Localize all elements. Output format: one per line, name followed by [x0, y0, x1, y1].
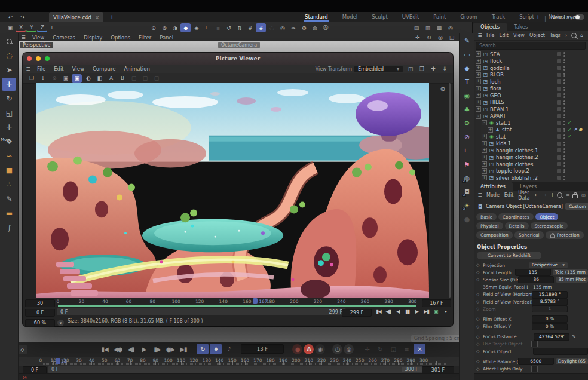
- animatable-dot-icon[interactable]: ◇: [476, 342, 483, 347]
- pan-view-icon[interactable]: ✛: [412, 33, 422, 42]
- next-key-button[interactable]: ●▶: [164, 344, 176, 354]
- close-tab-icon[interactable]: ×: [95, 14, 99, 20]
- z-axis-lock[interactable]: Z: [37, 23, 47, 32]
- enabled-check-icon[interactable]: ✓: [568, 127, 574, 133]
- preset-dropdown[interactable]: Custom▾: [565, 203, 588, 210]
- attribute-tab-spherical[interactable]: Spherical: [514, 231, 544, 239]
- y-axis-lock[interactable]: Y: [26, 23, 36, 32]
- visibility-dots[interactable]: [564, 121, 565, 125]
- keyframe-selection-button[interactable]: ◷: [332, 344, 342, 354]
- search-icon[interactable]: [556, 192, 564, 199]
- picture-viewer-titlebar[interactable]: Picture Viewer: [23, 53, 453, 65]
- attribute-tab-stereoscopic[interactable]: Stereoscopic: [531, 222, 568, 229]
- objects-menu-file[interactable]: File: [484, 33, 497, 38]
- visibility-dots[interactable]: [564, 148, 565, 153]
- visibility-dots[interactable]: [564, 114, 565, 119]
- snap-move-tool-icon[interactable]: ✛: [2, 121, 16, 134]
- keyframe-diamond-icon[interactable]: ◇: [17, 345, 27, 354]
- object-tree-item[interactable]: -◳APART: [473, 113, 588, 120]
- back-arrow-icon[interactable]: ←: [532, 192, 540, 199]
- pv-zoom-dropdown-button[interactable]: ▾: [57, 320, 64, 326]
- expand-icon[interactable]: +: [482, 141, 487, 146]
- record-options-button[interactable]: ◉: [315, 344, 325, 354]
- visibility-dots[interactable]: [564, 176, 565, 180]
- attribute-value-field[interactable]: 42764.529': [534, 333, 569, 341]
- animatable-dot-icon[interactable]: ◇: [476, 299, 483, 304]
- expand-icon[interactable]: +: [476, 100, 481, 105]
- snap-off-icon[interactable]: ◌: [267, 23, 277, 32]
- animatable-dot-icon[interactable]: ◇: [476, 277, 483, 282]
- animatable-dot-icon[interactable]: ◇: [476, 292, 483, 297]
- attribute-tab-physical[interactable]: Physical: [476, 222, 503, 229]
- undo-view-icon[interactable]: ↺: [223, 23, 234, 32]
- pv-playhead[interactable]: [253, 298, 258, 304]
- layout-tab-uvedit[interactable]: UVEdit: [395, 13, 427, 22]
- render-image[interactable]: [36, 83, 429, 298]
- layer-chip[interactable]: [557, 162, 561, 166]
- object-tree-item[interactable]: +◳loch: [473, 78, 588, 85]
- record-position-toggle[interactable]: ✛: [361, 344, 373, 354]
- rotate-tool-icon[interactable]: ↻: [2, 92, 16, 105]
- layer-chip[interactable]: [557, 155, 561, 160]
- animatable-dot-icon[interactable]: ◇: [476, 263, 483, 268]
- subdivision-surface-icon[interactable]: ◉: [461, 90, 473, 102]
- attribute-unit-chip[interactable]: Tele (135 mm: [553, 269, 588, 275]
- field-icon[interactable]: ⊘: [461, 131, 473, 143]
- attributes-menu-edit[interactable]: Edit: [502, 192, 516, 198]
- objects-menu-tags[interactable]: Tags: [547, 33, 563, 38]
- visibility-dots[interactable]: [564, 93, 565, 98]
- object-tree-item[interactable]: +◳kids.1: [473, 140, 588, 148]
- panel-menu-icon[interactable]: ☰: [476, 32, 483, 39]
- layer-chip[interactable]: [557, 87, 561, 91]
- layer-chip[interactable]: [557, 66, 561, 70]
- navigator-mode-icon[interactable]: ▣: [72, 74, 82, 83]
- pv-range-end-field[interactable]: 299 F: [342, 309, 372, 317]
- pv-menu-file[interactable]: File: [33, 66, 50, 72]
- animatable-dot-icon[interactable]: ◇: [476, 367, 483, 372]
- attribute-value-field[interactable]: 36: [518, 276, 554, 283]
- object-tree-item[interactable]: +◉stat✓: [473, 133, 588, 140]
- attribute-value-field[interactable]: 1: [532, 305, 568, 312]
- viewport-box-icon[interactable]: ▣: [5, 23, 15, 32]
- pv-menu-compare[interactable]: Compare: [88, 66, 120, 72]
- expand-icon[interactable]: +: [476, 65, 481, 71]
- current-frame-field[interactable]: 13 F: [241, 344, 284, 354]
- animatable-dot-icon[interactable]: ◇: [476, 359, 483, 364]
- convert-to-redshift-button[interactable]: Convert to Redshift: [477, 252, 541, 259]
- add-layout-button[interactable]: +: [535, 14, 540, 20]
- animatable-dot-icon[interactable]: ◇: [476, 349, 483, 354]
- redo-icon[interactable]: ↷: [17, 13, 27, 22]
- enabled-check-icon[interactable]: ✓: [568, 120, 574, 125]
- axis-mode-icon[interactable]: ∟: [202, 23, 212, 32]
- expand-icon[interactable]: +: [482, 134, 487, 139]
- volume-builder-icon[interactable]: ♣: [461, 103, 473, 116]
- sound-toggle[interactable]: ♪: [223, 344, 235, 354]
- animatable-dot-icon[interactable]: ◇: [476, 307, 483, 311]
- enabled-check-icon[interactable]: ✓: [568, 134, 574, 139]
- filter-icon[interactable]: ≡: [564, 192, 571, 199]
- pv-more-button[interactable]: ▾: [441, 308, 450, 315]
- undo-icon[interactable]: ↶: [5, 13, 15, 22]
- prev-frame-button[interactable]: ◀▮: [125, 344, 137, 354]
- attribute-checkbox[interactable]: [531, 341, 538, 347]
- timeline-playhead[interactable]: [56, 358, 60, 364]
- attributes-menu-user-data[interactable]: User Data: [516, 190, 532, 201]
- render-settings-icon[interactable]: ▦: [434, 23, 444, 32]
- new-tab-button[interactable]: +: [109, 14, 114, 20]
- attribute-value-field[interactable]: 6500: [518, 358, 554, 365]
- visibility-dots[interactable]: [564, 100, 565, 105]
- attribute-checkbox[interactable]: [531, 366, 538, 372]
- attribute-tab-object[interactable]: Object: [535, 213, 558, 220]
- delete-image-icon[interactable]: ⊗: [49, 74, 59, 83]
- filter-icon[interactable]: ≡: [586, 32, 588, 39]
- object-tree-item[interactable]: +◳hangin clothes.1: [473, 147, 588, 154]
- compare-split-icon[interactable]: ◧: [94, 74, 105, 83]
- forward-arrow-icon[interactable]: →: [540, 192, 548, 199]
- object-tree-item[interactable]: +◳topple loop.2: [473, 168, 588, 175]
- pv-play-button[interactable]: ▶: [412, 308, 421, 315]
- panel-menu-icon[interactable]: ☰: [476, 192, 483, 199]
- render-to-picture-viewer-icon[interactable]: ▥: [422, 23, 433, 32]
- selection-mode-icon[interactable]: ⊚: [159, 23, 169, 32]
- record-keyframe-button[interactable]: ●: [292, 344, 302, 354]
- stop-icon[interactable]: ⊘: [19, 373, 29, 380]
